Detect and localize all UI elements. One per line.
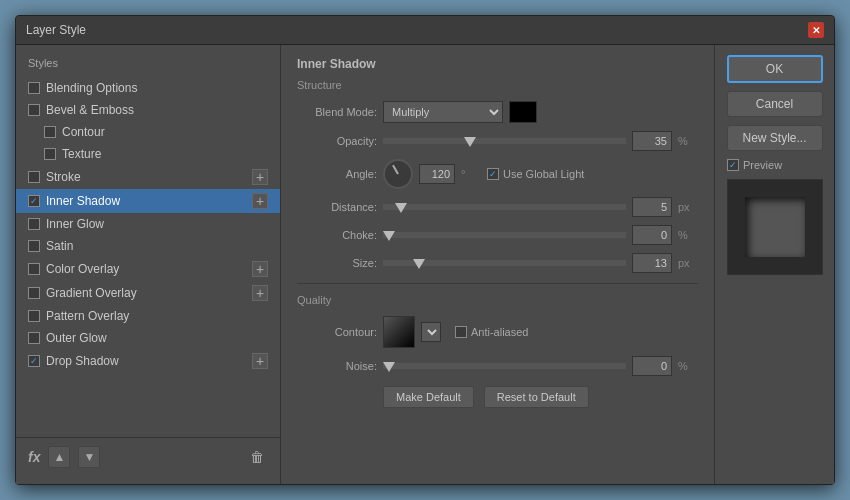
size-label: Size: bbox=[297, 257, 377, 269]
contour-dropdown[interactable]: ▼ bbox=[421, 322, 441, 342]
sidebar-item-drop-shadow[interactable]: Drop Shadow+ bbox=[16, 349, 280, 373]
checkbox-stroke[interactable] bbox=[28, 171, 40, 183]
plus-btn-drop-shadow[interactable]: + bbox=[252, 353, 268, 369]
reset-to-default-button[interactable]: Reset to Default bbox=[484, 386, 589, 408]
opacity-slider-container[interactable] bbox=[383, 134, 626, 148]
choke-slider[interactable] bbox=[383, 232, 626, 238]
sidebar-item-color-overlay[interactable]: Color Overlay+ bbox=[16, 257, 280, 281]
size-slider[interactable] bbox=[383, 260, 626, 266]
checkbox-pattern-overlay[interactable] bbox=[28, 310, 40, 322]
contour-preview[interactable] bbox=[383, 316, 415, 348]
label-outer-glow: Outer Glow bbox=[46, 331, 107, 345]
delete-button[interactable]: 🗑 bbox=[246, 446, 268, 468]
anti-aliased-text: Anti-aliased bbox=[471, 326, 528, 338]
plus-btn-color-overlay[interactable]: + bbox=[252, 261, 268, 277]
new-style-button[interactable]: New Style... bbox=[727, 125, 823, 151]
size-input[interactable] bbox=[632, 253, 672, 273]
checkbox-color-overlay[interactable] bbox=[28, 263, 40, 275]
choke-row: Choke: % bbox=[297, 225, 698, 245]
move-up-button[interactable]: ▲ bbox=[48, 446, 70, 468]
distance-input[interactable] bbox=[632, 197, 672, 217]
dialog-body: Styles Blending OptionsBevel & EmbossCon… bbox=[16, 45, 834, 484]
global-light-label[interactable]: Use Global Light bbox=[487, 168, 584, 180]
middle-panel: Inner Shadow Structure Blend Mode: Norma… bbox=[281, 45, 714, 484]
plus-btn-gradient-overlay[interactable]: + bbox=[252, 285, 268, 301]
checkbox-satin[interactable] bbox=[28, 240, 40, 252]
label-bevel-emboss: Bevel & Emboss bbox=[46, 103, 134, 117]
preview-checkbox[interactable] bbox=[727, 159, 739, 171]
close-button[interactable]: ✕ bbox=[808, 22, 824, 38]
title-bar: Layer Style ✕ bbox=[16, 16, 834, 45]
angle-dial-line bbox=[392, 165, 399, 175]
left-panel-footer: fx ▲ ▼ 🗑 bbox=[16, 437, 280, 476]
sidebar-item-bevel-emboss[interactable]: Bevel & Emboss bbox=[16, 99, 280, 121]
checkbox-contour[interactable] bbox=[44, 126, 56, 138]
quality-subtitle: Quality bbox=[297, 294, 698, 306]
fx-label: fx bbox=[28, 449, 40, 465]
sidebar-item-gradient-overlay[interactable]: Gradient Overlay+ bbox=[16, 281, 280, 305]
checkbox-blending-options[interactable] bbox=[28, 82, 40, 94]
cancel-button[interactable]: Cancel bbox=[727, 91, 823, 117]
size-slider-container[interactable] bbox=[383, 256, 626, 270]
opacity-unit: % bbox=[678, 135, 698, 147]
sidebar-item-texture[interactable]: Texture bbox=[16, 143, 280, 165]
checkbox-bevel-emboss[interactable] bbox=[28, 104, 40, 116]
sidebar-item-contour[interactable]: Contour bbox=[16, 121, 280, 143]
preview-text: Preview bbox=[743, 159, 782, 171]
choke-slider-container[interactable] bbox=[383, 228, 626, 242]
anti-aliased-checkbox[interactable] bbox=[455, 326, 467, 338]
sidebar-item-pattern-overlay[interactable]: Pattern Overlay bbox=[16, 305, 280, 327]
checkbox-inner-shadow[interactable] bbox=[28, 195, 40, 207]
angle-label: Angle: bbox=[297, 168, 377, 180]
sidebar-item-inner-shadow[interactable]: Inner Shadow+ bbox=[16, 189, 280, 213]
noise-slider-container[interactable] bbox=[383, 359, 626, 373]
noise-slider[interactable] bbox=[383, 363, 626, 369]
dialog-title: Layer Style bbox=[26, 23, 86, 37]
checkbox-outer-glow[interactable] bbox=[28, 332, 40, 344]
styles-list: Blending OptionsBevel & EmbossContourTex… bbox=[16, 77, 280, 373]
size-row: Size: px bbox=[297, 253, 698, 273]
preview-canvas bbox=[727, 179, 823, 275]
blend-mode-select[interactable]: NormalMultiplyScreenOverlayDarkenLighten bbox=[383, 101, 503, 123]
checkbox-gradient-overlay[interactable] bbox=[28, 287, 40, 299]
distance-slider[interactable] bbox=[383, 204, 626, 210]
choke-input[interactable] bbox=[632, 225, 672, 245]
anti-aliased-label[interactable]: Anti-aliased bbox=[455, 326, 528, 338]
global-light-checkbox[interactable] bbox=[487, 168, 499, 180]
sidebar-item-blending-options[interactable]: Blending Options bbox=[16, 77, 280, 99]
angle-input[interactable] bbox=[419, 164, 455, 184]
layer-style-dialog: Layer Style ✕ Styles Blending OptionsBev… bbox=[15, 15, 835, 485]
preview-row: Preview bbox=[727, 159, 782, 171]
ok-button[interactable]: OK bbox=[727, 55, 823, 83]
sidebar-item-stroke[interactable]: Stroke+ bbox=[16, 165, 280, 189]
checkbox-inner-glow[interactable] bbox=[28, 218, 40, 230]
make-default-button[interactable]: Make Default bbox=[383, 386, 474, 408]
distance-slider-container[interactable] bbox=[383, 200, 626, 214]
checkbox-texture[interactable] bbox=[44, 148, 56, 160]
plus-btn-stroke[interactable]: + bbox=[252, 169, 268, 185]
plus-btn-inner-shadow[interactable]: + bbox=[252, 193, 268, 209]
angle-row: Angle: ° Use Global Light bbox=[297, 159, 698, 189]
distance-row: Distance: px bbox=[297, 197, 698, 217]
label-blending-options: Blending Options bbox=[46, 81, 137, 95]
angle-unit: ° bbox=[461, 168, 481, 180]
label-contour: Contour bbox=[62, 125, 105, 139]
noise-input[interactable] bbox=[632, 356, 672, 376]
distance-label: Distance: bbox=[297, 201, 377, 213]
styles-title: Styles bbox=[16, 53, 280, 73]
size-unit: px bbox=[678, 257, 698, 269]
opacity-input[interactable] bbox=[632, 131, 672, 151]
contour-label: Contour: bbox=[297, 326, 377, 338]
blend-mode-label: Blend Mode: bbox=[297, 106, 377, 118]
angle-dial[interactable] bbox=[383, 159, 413, 189]
sidebar-item-inner-glow[interactable]: Inner Glow bbox=[16, 213, 280, 235]
sidebar-item-outer-glow[interactable]: Outer Glow bbox=[16, 327, 280, 349]
color-swatch[interactable] bbox=[509, 101, 537, 123]
label-inner-shadow: Inner Shadow bbox=[46, 194, 120, 208]
label-stroke: Stroke bbox=[46, 170, 81, 184]
opacity-slider[interactable] bbox=[383, 138, 626, 144]
move-down-button[interactable]: ▼ bbox=[78, 446, 100, 468]
sidebar-item-satin[interactable]: Satin bbox=[16, 235, 280, 257]
checkbox-drop-shadow[interactable] bbox=[28, 355, 40, 367]
noise-unit: % bbox=[678, 360, 698, 372]
